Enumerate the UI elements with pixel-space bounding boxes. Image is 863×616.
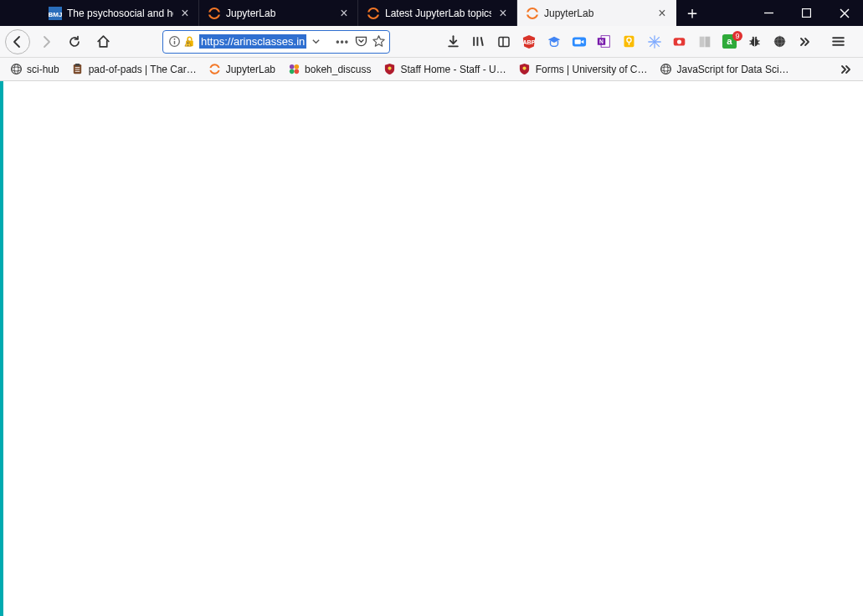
- svg-point-13: [174, 38, 176, 40]
- tab-strip: BMJ The psychosocial and health effects …: [0, 0, 863, 26]
- svg-point-51: [775, 36, 786, 47]
- svg-point-70: [294, 69, 299, 74]
- extension-badge: 9: [732, 31, 742, 41]
- bookmark-jsdatasci[interactable]: JavaScript for Data Sci…: [655, 61, 794, 78]
- onenote-icon[interactable]: N: [596, 33, 613, 50]
- svg-line-47: [750, 44, 753, 44]
- scholar-icon[interactable]: [546, 33, 562, 50]
- adblock-icon[interactable]: ABP: [521, 33, 537, 50]
- svg-point-67: [289, 64, 294, 69]
- bookmark-forms[interactable]: Forms | University of C…: [514, 61, 652, 78]
- svg-rect-39: [700, 36, 705, 47]
- bookmark-bokeh[interactable]: bokeh_discuss: [283, 61, 375, 78]
- bokeh-icon: [287, 63, 301, 76]
- info-icon: [168, 35, 181, 48]
- tab-jupyterlab-1[interactable]: JupyterLab ×: [199, 0, 358, 26]
- bookmark-label: bokeh_discuss: [305, 64, 371, 75]
- keep-icon[interactable]: [621, 33, 638, 50]
- svg-line-46: [758, 41, 760, 42]
- bookmarks-bar: sci-hub pad-of-pads | The Car… JupyterLa…: [0, 58, 863, 81]
- svg-line-48: [758, 44, 760, 44]
- bookmark-jupyterlab[interactable]: JupyterLab: [204, 61, 280, 78]
- svg-point-74: [661, 67, 671, 71]
- pocket-icon[interactable]: [354, 34, 368, 49]
- close-icon[interactable]: ×: [655, 7, 669, 20]
- svg-point-17: [187, 45, 188, 46]
- bookmark-scihub[interactable]: sci-hub: [5, 61, 64, 78]
- svg-rect-7: [526, 12, 539, 14]
- close-window-button[interactable]: [825, 0, 863, 26]
- svg-point-71: [388, 67, 391, 70]
- bookmark-label: JavaScript for Data Sci…: [677, 64, 789, 75]
- snowflake-icon[interactable]: [646, 33, 663, 50]
- downloads-icon[interactable]: [445, 33, 462, 50]
- bookmark-staffhome[interactable]: Staff Home - Staff - U…: [378, 61, 510, 78]
- home-button[interactable]: [90, 29, 116, 54]
- new-tab-button[interactable]: ＋: [676, 0, 708, 26]
- tab-label: Latest JupyterLab topics: [385, 8, 491, 19]
- bookmark-label: JupyterLab: [226, 64, 275, 75]
- svg-point-68: [294, 64, 299, 69]
- toolbar-overflow-icon[interactable]: [797, 33, 814, 50]
- site-identity[interactable]: [168, 35, 196, 48]
- bookmark-label: pad-of-pads | The Car…: [89, 64, 197, 75]
- svg-point-73: [661, 64, 671, 74]
- svg-rect-26: [574, 39, 580, 44]
- shield-icon: [518, 63, 532, 76]
- jupyter-favicon: [367, 7, 380, 20]
- bookmark-padofpads[interactable]: pad-of-pads | The Car…: [67, 61, 201, 78]
- camera-red-icon[interactable]: [671, 33, 688, 50]
- shield-icon: [383, 63, 396, 76]
- app-menu-button[interactable]: [825, 29, 852, 54]
- url-bar[interactable]: https://arinsclasses.in •••: [162, 30, 390, 54]
- library-icon[interactable]: [470, 33, 487, 50]
- reload-button[interactable]: [62, 29, 87, 54]
- bookmark-label: Forms | University of C…: [536, 64, 648, 75]
- svg-text:ABP: ABP: [522, 38, 535, 45]
- svg-rect-40: [705, 36, 710, 47]
- tab-label: The psychosocial and health effects: [67, 8, 173, 19]
- maximize-button[interactable]: [788, 0, 825, 26]
- page-actions-icon[interactable]: •••: [334, 36, 351, 48]
- tab-jupyterlab-active[interactable]: JupyterLab ×: [517, 0, 676, 26]
- jupyter-favicon: [526, 7, 539, 20]
- tab-bmj[interactable]: BMJ The psychosocial and health effects …: [40, 0, 199, 26]
- window-controls: [750, 0, 863, 26]
- close-icon[interactable]: ×: [337, 7, 351, 20]
- bug-icon[interactable]: [747, 33, 763, 50]
- globe-icon: [9, 63, 23, 76]
- book-grey-icon[interactable]: [696, 33, 713, 50]
- svg-point-49: [753, 37, 754, 38]
- url-dropdown[interactable]: [310, 37, 322, 46]
- svg-line-21: [481, 37, 483, 46]
- zoom-icon[interactable]: [571, 33, 588, 50]
- sidebar-icon[interactable]: [496, 33, 512, 50]
- tab-discourse[interactable]: Latest JupyterLab topics ×: [358, 0, 517, 26]
- url-text[interactable]: https://arinsclasses.in: [199, 34, 306, 49]
- clipboard-icon: [71, 63, 85, 76]
- toolbar-extension-area: ABP N a 9: [445, 33, 814, 50]
- svg-rect-9: [803, 9, 811, 18]
- svg-rect-22: [499, 37, 509, 46]
- bookmarks-overflow-icon[interactable]: [835, 59, 858, 80]
- svg-rect-5: [367, 12, 380, 14]
- svg-point-58: [11, 67, 21, 71]
- forward-button[interactable]: [33, 29, 59, 54]
- svg-text:BMJ: BMJ: [49, 11, 62, 18]
- svg-rect-3: [208, 12, 221, 14]
- svg-point-69: [289, 69, 294, 74]
- bookmark-star-icon[interactable]: [372, 34, 386, 49]
- svg-point-72: [523, 67, 527, 70]
- tab-label: JupyterLab: [226, 8, 332, 19]
- close-icon[interactable]: ×: [178, 7, 192, 20]
- minimize-button[interactable]: [750, 0, 788, 26]
- svg-point-57: [11, 64, 21, 74]
- close-icon[interactable]: ×: [496, 7, 510, 20]
- globe-dark-icon[interactable]: [772, 33, 789, 50]
- bookmark-label: sci-hub: [27, 64, 59, 75]
- back-button[interactable]: [5, 29, 30, 54]
- svg-point-59: [14, 64, 18, 74]
- page-content: [0, 81, 863, 616]
- amazon-icon[interactable]: a 9: [722, 33, 738, 50]
- lock-warning-icon: [183, 35, 196, 48]
